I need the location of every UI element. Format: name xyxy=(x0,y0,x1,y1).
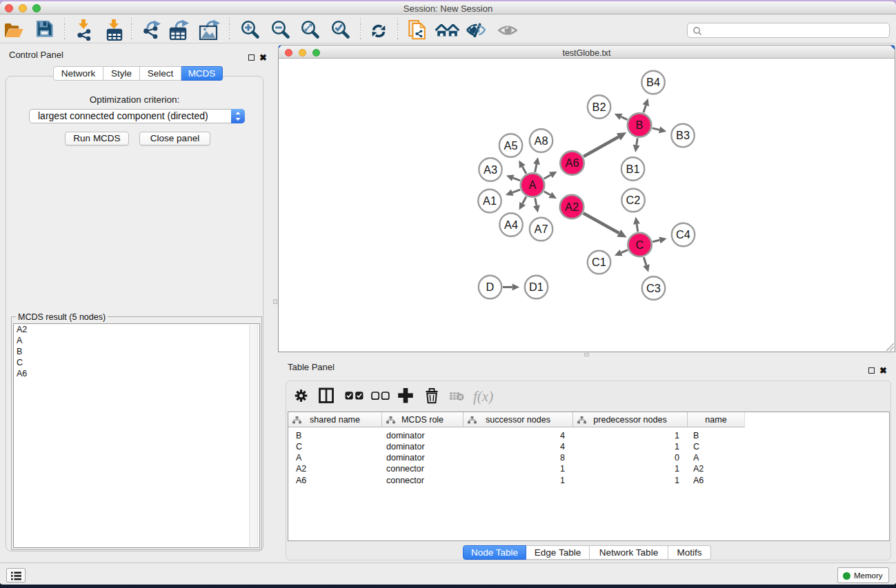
svg-text:A4: A4 xyxy=(504,219,518,231)
svg-text:C3: C3 xyxy=(646,282,661,294)
svg-text:D: D xyxy=(486,281,495,293)
svg-text:A7: A7 xyxy=(535,223,548,235)
svg-text:B2: B2 xyxy=(593,101,606,113)
svg-text:A8: A8 xyxy=(535,134,548,147)
svg-text:C1: C1 xyxy=(592,256,606,268)
svg-text:A5: A5 xyxy=(504,139,518,152)
svg-text:C2: C2 xyxy=(626,194,641,206)
svg-text:C: C xyxy=(636,239,644,251)
svg-text:A1: A1 xyxy=(483,194,497,207)
svg-text:A2: A2 xyxy=(565,201,579,213)
svg-text:D1: D1 xyxy=(529,281,544,293)
svg-text:A3: A3 xyxy=(484,163,497,176)
svg-text:B1: B1 xyxy=(626,163,640,175)
svg-text:B: B xyxy=(636,119,644,131)
svg-text:B4: B4 xyxy=(646,76,660,88)
svg-text:A: A xyxy=(529,179,537,191)
svg-text:A6: A6 xyxy=(566,156,579,169)
svg-text:B3: B3 xyxy=(676,129,690,141)
svg-text:C4: C4 xyxy=(676,228,690,241)
